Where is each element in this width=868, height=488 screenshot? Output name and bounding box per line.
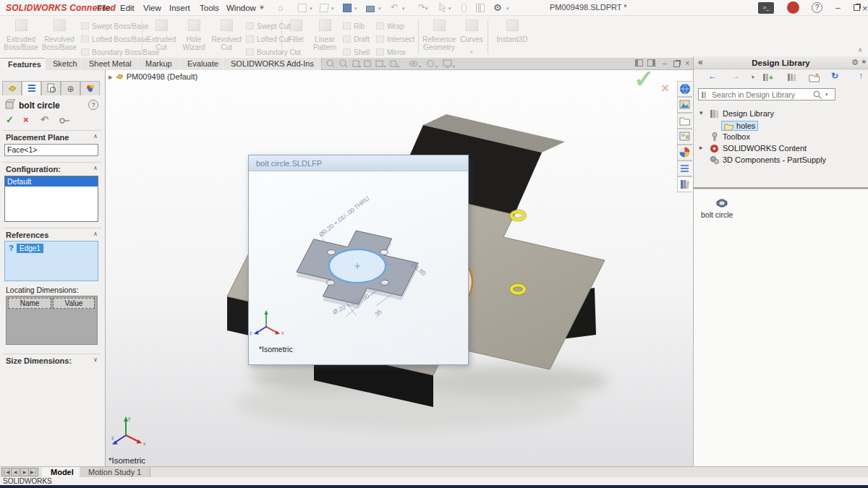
intersect-button[interactable]: Intersect	[376, 33, 414, 46]
menu-edit[interactable]: Edit	[117, 3, 137, 13]
mirror-button[interactable]: Mirror	[376, 46, 406, 59]
pm-tab-dimxpert[interactable]: ⊕	[61, 81, 80, 95]
redo-icon[interactable]: ↶	[414, 2, 425, 13]
fillet-button[interactable]: Fillet▾	[284, 19, 308, 56]
window-restore-button[interactable]	[854, 4, 860, 11]
revolved-cut-button[interactable]: Revolved Cut	[210, 19, 243, 56]
draft-button[interactable]: Draft	[343, 33, 370, 46]
attachment-icon[interactable]	[461, 2, 473, 13]
previous-tab-button[interactable]: ◀	[11, 468, 20, 476]
task-pane-tab-appearances[interactable]	[677, 145, 692, 160]
pm-tab-configurations[interactable]	[41, 81, 61, 95]
configuration-selected-option[interactable]: Default	[5, 176, 98, 187]
tab-model[interactable]: Model	[42, 467, 83, 478]
menu-file[interactable]: File	[94, 3, 114, 13]
task-pane-tab-design-library[interactable]	[677, 176, 692, 192]
pm-tab-scenes[interactable]	[2, 81, 22, 95]
swept-boss-button[interactable]: Swept Boss/Base	[81, 20, 148, 33]
configuration-list[interactable]: Default	[4, 176, 98, 222]
first-tab-button[interactable]: ❘◀	[1, 468, 10, 476]
placement-plane-collapse-icon[interactable]: ∧	[93, 133, 98, 140]
references-header[interactable]: References	[6, 231, 48, 239]
dock-next-icon[interactable]	[647, 59, 655, 67]
search-input[interactable]	[712, 90, 799, 99]
pm-help-icon[interactable]: ?	[88, 100, 98, 110]
tab-sheet-metal[interactable]: Sheet Metal	[81, 58, 140, 70]
reference-geometry-button[interactable]: Reference Geometry▾	[421, 19, 457, 56]
library-items-area[interactable]: bolt circle	[694, 190, 868, 466]
pm-tab-appearances[interactable]	[80, 81, 100, 95]
print-caret-icon[interactable]: ▾	[378, 6, 381, 12]
tree-collapsed-icon[interactable]: ▸	[699, 144, 703, 151]
placement-plane-header[interactable]: Placement Plane	[6, 133, 69, 142]
reference-item[interactable]: Edge1	[17, 244, 43, 253]
column-header-name[interactable]: Name	[8, 298, 51, 309]
linear-pattern-button[interactable]: Linear Pattern▾	[310, 19, 340, 56]
doc-minimize-icon[interactable]: –	[663, 59, 667, 67]
history-caret-icon[interactable]: ▾	[752, 74, 754, 80]
size-dimensions-header[interactable]: Size Dimensions:	[6, 356, 72, 365]
save-caret-icon[interactable]: ▾	[354, 6, 357, 12]
pm-ok-icon[interactable]: ✓	[6, 114, 14, 125]
options-gear-icon[interactable]: ⚙	[493, 2, 505, 13]
locating-dimensions-table[interactable]: Name Value	[6, 296, 98, 345]
refresh-icon[interactable]: ↻	[831, 71, 838, 81]
tab-evaluate[interactable]: Evaluate	[179, 58, 226, 70]
graphics-area[interactable]: ▸ PM009498 (Default) ✓ × bolt circle.SLD…	[106, 70, 693, 466]
last-tab-button[interactable]: ▶❘	[30, 468, 38, 476]
preview-window-title[interactable]: bolt circle.SLDLFP	[249, 155, 468, 171]
rib-button[interactable]: Rib	[343, 20, 365, 33]
tab-solidworks-addins[interactable]: SOLIDWORKS Add-Ins	[223, 58, 322, 70]
tree-expand-icon[interactable]: ▸	[109, 72, 113, 81]
redo-caret-icon[interactable]: ▾	[425, 6, 428, 12]
confirmation-cancel-icon[interactable]: ×	[661, 80, 669, 96]
design-library-search-box[interactable]: ▾	[698, 88, 835, 100]
doc-restore-icon[interactable]	[673, 61, 680, 67]
flyout-feature-tree[interactable]: ▸ PM009498 (Default)	[109, 72, 197, 82]
menu-tools[interactable]: Tools	[197, 3, 222, 13]
search-caret-icon[interactable]: ▾	[825, 92, 828, 98]
back-icon[interactable]: ←	[708, 71, 717, 81]
wrap-button[interactable]: Wrap	[376, 20, 404, 33]
pm-cancel-icon[interactable]: ×	[23, 114, 29, 125]
doc-close-icon[interactable]: ×	[685, 59, 689, 67]
references-collapse-icon[interactable]: ∧	[93, 231, 98, 237]
library-item-label[interactable]: bolt circle	[701, 210, 733, 219]
confirmation-ok-icon[interactable]: ✓	[634, 70, 655, 93]
feature-preview-window[interactable]: bolt circle.SLDLFP Ø0.20	[248, 155, 469, 365]
collapse-ribbon-icon[interactable]: ∧	[858, 46, 863, 53]
task-pane-tab-resources[interactable]	[677, 97, 692, 113]
tree-expanded-icon[interactable]: ▾	[699, 109, 703, 116]
save-icon[interactable]	[343, 2, 354, 13]
dock-previous-icon[interactable]	[635, 59, 643, 67]
extruded-boss-button[interactable]: Extruded Boss/Base	[3, 19, 39, 56]
fillet-caret-icon[interactable]: ▾	[294, 49, 297, 54]
tab-markup[interactable]: Markup	[137, 58, 180, 70]
bolt-circle-thumbnail[interactable]	[714, 197, 730, 209]
revolved-boss-button[interactable]: Revolved Boss/Base	[41, 19, 78, 56]
hole-wizard-button[interactable]: Hole Wizard▾	[179, 19, 208, 56]
extruded-cut-button[interactable]: Extruded Cut	[145, 19, 178, 56]
undo-caret-icon[interactable]: ▾	[402, 6, 405, 12]
references-selection-box[interactable]: ? Edge1	[4, 241, 98, 281]
up-level-icon[interactable]: ↑	[859, 71, 863, 81]
configuration-collapse-icon[interactable]: ∧	[93, 165, 98, 171]
tab-sketch[interactable]: Sketch	[45, 58, 85, 70]
select-caret-icon[interactable]: ▾	[448, 6, 451, 12]
properties-list-icon[interactable]	[476, 2, 488, 13]
curves-caret-icon[interactable]: ▾	[470, 49, 473, 54]
print-icon[interactable]	[366, 2, 378, 13]
task-pane-tab-custom-properties[interactable]	[677, 160, 692, 176]
new-document-icon[interactable]	[298, 2, 310, 13]
size-dimensions-expand-icon[interactable]: ∨	[93, 356, 98, 363]
options-caret-icon[interactable]: ▾	[506, 6, 509, 12]
task-pane-tab-view-palette[interactable]	[677, 129, 692, 145]
column-header-value[interactable]: Value	[53, 298, 95, 309]
home-icon[interactable]: ⌂	[278, 2, 289, 13]
next-tab-button[interactable]: ▶	[20, 468, 29, 476]
flyout-tree-item[interactable]: PM009498 (Default)	[127, 72, 197, 81]
placement-plane-value[interactable]: Face<1>	[4, 144, 98, 156]
library-stack-icon[interactable]	[786, 72, 796, 82]
task-pane-tab-3dexperience[interactable]	[677, 81, 692, 97]
user-avatar[interactable]	[787, 1, 799, 14]
